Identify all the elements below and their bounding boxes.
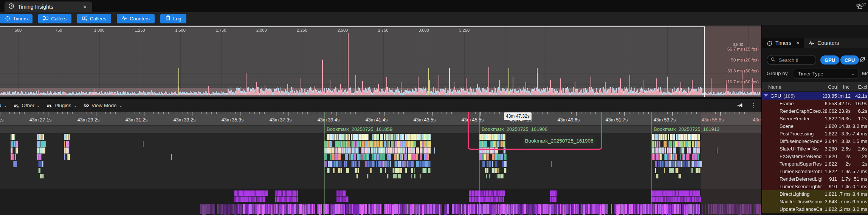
timer-count: 1,822 [823,115,837,122]
frames-graph-canvas[interactable] [0,25,761,97]
ruler-major-ticks [0,112,761,116]
callers-icon [43,15,48,22]
bookmark-line [324,112,325,215]
timer-excl: 42.1s [852,92,867,100]
other-dropdown[interactable]: Other⌄ [14,103,40,108]
timer-incl: 16.3s [839,115,851,122]
timer-count: 911 [823,175,837,183]
timer-incl: 2s [839,160,851,167]
bookmark-track[interactable]: Bookmark_20250725_161859Bookmark_2025072… [0,125,761,133]
timer-count: 1,820 [823,152,837,160]
frame-axis-label: 2,250 [297,28,307,32]
timer-row[interactable]: UpdateRadianceCache1,822763.2 ms763.2 ms [762,205,868,213]
timer-row[interactable]: GPU(185)238,852m 1242.1s [762,92,868,100]
timer-row[interactable]: PostProcessing1,8223.3s147.4 ms [762,130,868,137]
kebab-menu-icon[interactable]: ⋮ [750,101,757,109]
column-incl[interactable]: Incl [839,82,851,91]
bug-report-icon[interactable] [856,3,863,11]
timer-incl: 1.4s [839,183,851,190]
timers-button[interactable]: Timers [0,14,33,23]
timer-row[interactable]: LumenSceneLighting9101.4s10.1 ms [762,183,868,190]
close-icon[interactable]: ✕ [796,40,800,46]
fps-threshold-label: 66.7 ms (15 fps) [726,47,760,51]
timer-excl: 2s [852,160,867,167]
timer-row[interactable]: LumenScreenProbeGather1,8221.9s975.7 ms [762,167,868,175]
timer-name: FXSystemPreRender [780,154,822,159]
after-trace-end-tint [701,112,761,215]
ruler-time-label: 43m 33.2s [174,117,195,123]
column-count[interactable]: Cou [823,82,837,91]
timers-table-body: GPU(185)238,852m 1242.1sFrame6,55842.1s1… [762,92,868,213]
timer-count: 28,062 [823,107,837,115]
callees-icon [82,15,87,22]
group-by-row: Group by Timer Type ⌄ Mod [762,69,868,78]
ruler-time-label: 43m 37.3s [270,117,291,123]
timers-panel: Timers✕Counters GPU CPU Ø Group by Timer… [761,25,868,215]
plugins-dropdown[interactable]: Plugins⌄ [46,103,77,108]
gpu-filter-button[interactable]: GPU [820,55,839,64]
timer-row[interactable]: DirectLighting1,821841.7 ms18.4 ms [762,190,868,198]
group-by-select[interactable]: Timer Type ⌄ [794,69,859,78]
callees-button[interactable]: Callees [77,14,111,23]
timer-incl: 1.9s [839,167,851,175]
view-mode-dropdown[interactable]: View Mode⌄ [84,103,122,108]
filter-down-icon [46,103,52,108]
fps-threshold-label: 50 ms (20 fps) [730,58,760,62]
time-ruler[interactable]: 43m 25.1s43m 27.1s43m 29.2s43m 31.2s43m … [0,112,761,125]
tab-label: Timing Insights [18,4,81,10]
frame-axis-label: 750 [55,28,62,32]
timer-row[interactable]: Frame6,55842.1s16.9s [762,100,868,107]
search-box[interactable] [767,55,816,65]
timer-row[interactable]: RenderGraphExecute28,06223.9s6.2s [762,107,868,115]
bookmark-label[interactable]: Bookmark_20250725_161859 [327,126,392,132]
timer-excl: 975.7 ms [852,167,867,175]
clock-icon [8,3,14,11]
timer-excl: 109.5 ms [852,198,867,205]
timer-excl: 16.9s [852,100,867,107]
timer-excl: 418.2 ms [852,122,867,130]
jump-to-end-icon[interactable] [737,102,743,108]
timer-incl: 841.7 ms [839,190,851,198]
expander-icon[interactable] [764,94,768,97]
timer-excl: 6.2s [852,107,867,115]
partial-dropdown[interactable]: U⌄ [0,103,7,108]
frames-panel[interactable]: 5007501,0001,2501,5001,7502,0002,2502,50… [0,25,761,97]
timer-incl: 1.7s [839,175,851,183]
hover-time-box: 43m 47.32s [504,112,532,120]
counters-button[interactable]: Counters [117,14,155,23]
timer-name: LumenScreenProbeGather [780,169,822,174]
timing-tracks-canvas[interactable] [0,133,761,215]
log-button[interactable]: Log [160,14,186,23]
chevron-down-icon: ⌄ [851,72,856,76]
timer-row[interactable]: RenderDeferredLighting9111.7s51 ms [762,175,868,183]
tab-timing-insights[interactable]: Timing Insights ✕ [5,2,92,12]
column-name[interactable]: Name [768,82,781,91]
search-input[interactable] [778,57,812,63]
panel-tab-counters[interactable]: Counters [804,38,843,48]
timer-row[interactable]: SceneRender1,82216.3s1.2s [762,115,868,122]
timer-row[interactable]: SlateUI Title = %s3,2802.6s2.6s [762,145,868,152]
callers-button[interactable]: Callers [38,14,71,23]
timer-row[interactable]: FXSystemPreRender1,8202s2s [762,152,868,160]
timing-view[interactable]: 43m 25.1s43m 27.1s43m 29.2s43m 31.2s43m … [0,112,761,215]
ruler-time-label: 43m 31.2s [126,117,147,123]
timer-incl: 2m 12 [839,92,851,100]
timing-insights-window: Timing Insights ✕ v1.07 TimersCallersCal… [0,0,868,215]
cpu-filter-button[interactable]: CPU [840,55,859,64]
hide-zero-icon[interactable]: Ø [860,56,865,63]
timer-row[interactable]: Nanite::DrawGeometry3,643803.7 ms109.5 m… [762,198,868,205]
timer-count: 1,822 [823,160,837,167]
timer-row[interactable]: TemporalSuperResolution1,8222s2s [762,160,868,167]
timer-row[interactable]: Scene1,82014.8s418.2 ms [762,122,868,130]
panel-tab-timers[interactable]: Timers✕ [762,38,804,48]
frame-axis-label: 1,000 [94,28,105,32]
column-excl[interactable]: Excl [852,82,867,91]
close-icon[interactable]: ✕ [81,4,88,10]
timer-name: Frame [780,101,794,106]
timer-count: 1,822 [823,167,837,175]
mode-label: Mod [862,71,868,76]
timer-row[interactable]: DiffuseIndirectAndAO3,6443.3s721.5 ms [762,137,868,145]
timer-count: 3,644 [823,137,837,145]
timer-incl: 3.3s [839,137,851,145]
filter-star-icon [14,103,19,108]
